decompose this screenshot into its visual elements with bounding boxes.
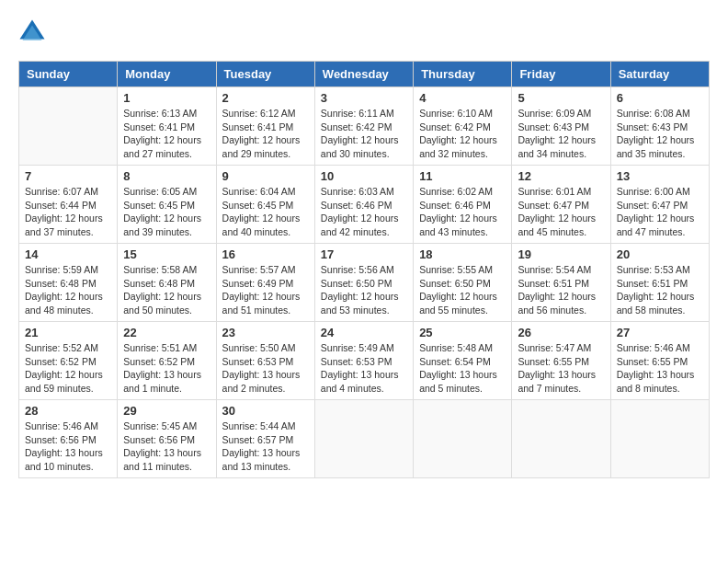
day-number: 27 xyxy=(617,326,703,339)
day-number: 20 xyxy=(617,247,703,261)
calendar-cell: 22Sunrise: 5:51 AMSunset: 6:52 PMDayligh… xyxy=(118,322,216,400)
day-number: 28 xyxy=(25,404,111,418)
calendar-cell: 3Sunrise: 6:11 AMSunset: 6:42 PMDaylight… xyxy=(314,87,413,166)
calendar-cell: 17Sunrise: 5:56 AMSunset: 6:50 PMDayligh… xyxy=(314,244,413,322)
calendar-cell: 30Sunrise: 5:44 AMSunset: 6:57 PMDayligh… xyxy=(216,400,314,478)
calendar-cell: 15Sunrise: 5:58 AMSunset: 6:48 PMDayligh… xyxy=(118,244,216,322)
calendar-cell xyxy=(19,87,118,166)
day-info: Sunrise: 6:01 AMSunset: 6:47 PMDaylight:… xyxy=(518,185,604,239)
day-number: 8 xyxy=(123,169,210,183)
day-number: 16 xyxy=(222,247,309,261)
weekday-header: Monday xyxy=(118,62,216,87)
day-number: 13 xyxy=(617,169,703,183)
calendar-cell: 10Sunrise: 6:03 AMSunset: 6:46 PMDayligh… xyxy=(314,166,413,244)
weekday-header: Saturday xyxy=(610,62,709,87)
calendar-table: SundayMondayTuesdayWednesdayThursdayFrid… xyxy=(18,61,710,478)
day-info: Sunrise: 5:56 AMSunset: 6:50 PMDaylight:… xyxy=(321,263,407,317)
day-info: Sunrise: 6:13 AMSunset: 6:41 PMDaylight:… xyxy=(123,107,210,161)
day-info: Sunrise: 6:09 AMSunset: 6:43 PMDaylight:… xyxy=(518,107,604,161)
day-number: 9 xyxy=(222,169,309,183)
day-number: 17 xyxy=(321,247,407,261)
day-number: 2 xyxy=(222,91,309,105)
day-number: 29 xyxy=(123,404,210,418)
day-info: Sunrise: 5:49 AMSunset: 6:53 PMDaylight:… xyxy=(321,341,407,396)
calendar-cell: 2Sunrise: 6:12 AMSunset: 6:41 PMDaylight… xyxy=(216,87,314,166)
calendar-cell: 6Sunrise: 6:08 AMSunset: 6:43 PMDaylight… xyxy=(610,87,709,166)
day-info: Sunrise: 6:02 AMSunset: 6:46 PMDaylight:… xyxy=(419,185,506,239)
day-info: Sunrise: 5:55 AMSunset: 6:50 PMDaylight:… xyxy=(419,263,506,317)
day-info: Sunrise: 6:10 AMSunset: 6:42 PMDaylight:… xyxy=(419,107,506,161)
week-row: 21Sunrise: 5:52 AMSunset: 6:52 PMDayligh… xyxy=(19,322,710,400)
calendar-cell: 21Sunrise: 5:52 AMSunset: 6:52 PMDayligh… xyxy=(19,322,118,400)
calendar-cell: 11Sunrise: 6:02 AMSunset: 6:46 PMDayligh… xyxy=(414,166,512,244)
day-number: 19 xyxy=(518,247,604,261)
logo-icon xyxy=(18,18,46,46)
day-info: Sunrise: 6:05 AMSunset: 6:45 PMDaylight:… xyxy=(123,185,210,239)
day-number: 1 xyxy=(123,91,210,105)
page-header xyxy=(18,18,710,46)
day-info: Sunrise: 5:50 AMSunset: 6:53 PMDaylight:… xyxy=(222,341,309,396)
day-info: Sunrise: 5:57 AMSunset: 6:49 PMDaylight:… xyxy=(222,263,309,317)
day-number: 3 xyxy=(321,91,407,105)
day-info: Sunrise: 5:59 AMSunset: 6:48 PMDaylight:… xyxy=(25,263,111,317)
calendar-cell: 5Sunrise: 6:09 AMSunset: 6:43 PMDaylight… xyxy=(512,87,610,166)
day-info: Sunrise: 5:46 AMSunset: 6:56 PMDaylight:… xyxy=(25,419,111,474)
day-number: 12 xyxy=(518,169,604,183)
calendar-cell: 13Sunrise: 6:00 AMSunset: 6:47 PMDayligh… xyxy=(610,166,709,244)
calendar-cell xyxy=(512,400,610,478)
calendar-cell: 29Sunrise: 5:45 AMSunset: 6:56 PMDayligh… xyxy=(118,400,216,478)
calendar-cell: 28Sunrise: 5:46 AMSunset: 6:56 PMDayligh… xyxy=(19,400,118,478)
day-info: Sunrise: 6:00 AMSunset: 6:47 PMDaylight:… xyxy=(617,185,703,239)
day-number: 4 xyxy=(419,91,506,105)
day-info: Sunrise: 5:54 AMSunset: 6:51 PMDaylight:… xyxy=(518,263,604,317)
calendar-cell: 4Sunrise: 6:10 AMSunset: 6:42 PMDaylight… xyxy=(414,87,512,166)
calendar-cell: 25Sunrise: 5:48 AMSunset: 6:54 PMDayligh… xyxy=(414,322,512,400)
calendar-cell: 1Sunrise: 6:13 AMSunset: 6:41 PMDaylight… xyxy=(118,87,216,166)
calendar-cell: 16Sunrise: 5:57 AMSunset: 6:49 PMDayligh… xyxy=(216,244,314,322)
day-number: 6 xyxy=(617,91,703,105)
day-number: 21 xyxy=(25,326,111,339)
calendar-cell xyxy=(414,400,512,478)
calendar-cell: 24Sunrise: 5:49 AMSunset: 6:53 PMDayligh… xyxy=(314,322,413,400)
day-info: Sunrise: 6:08 AMSunset: 6:43 PMDaylight:… xyxy=(617,107,703,161)
day-number: 30 xyxy=(222,404,309,418)
day-number: 7 xyxy=(25,169,111,183)
weekday-header: Tuesday xyxy=(216,62,314,87)
week-row: 14Sunrise: 5:59 AMSunset: 6:48 PMDayligh… xyxy=(19,244,710,322)
calendar-cell: 26Sunrise: 5:47 AMSunset: 6:55 PMDayligh… xyxy=(512,322,610,400)
day-number: 14 xyxy=(25,247,111,261)
day-info: Sunrise: 6:03 AMSunset: 6:46 PMDaylight:… xyxy=(321,185,407,239)
day-number: 22 xyxy=(123,326,210,339)
weekday-header: Wednesday xyxy=(314,62,413,87)
day-info: Sunrise: 5:44 AMSunset: 6:57 PMDaylight:… xyxy=(222,419,309,474)
day-info: Sunrise: 6:12 AMSunset: 6:41 PMDaylight:… xyxy=(222,107,309,161)
day-number: 11 xyxy=(419,169,506,183)
calendar-cell: 20Sunrise: 5:53 AMSunset: 6:51 PMDayligh… xyxy=(610,244,709,322)
calendar-cell: 8Sunrise: 6:05 AMSunset: 6:45 PMDaylight… xyxy=(118,166,216,244)
calendar-cell: 9Sunrise: 6:04 AMSunset: 6:45 PMDaylight… xyxy=(216,166,314,244)
week-row: 28Sunrise: 5:46 AMSunset: 6:56 PMDayligh… xyxy=(19,400,710,478)
week-row: 1Sunrise: 6:13 AMSunset: 6:41 PMDaylight… xyxy=(19,87,710,166)
week-row: 7Sunrise: 6:07 AMSunset: 6:44 PMDaylight… xyxy=(19,166,710,244)
day-info: Sunrise: 5:47 AMSunset: 6:55 PMDaylight:… xyxy=(518,341,604,396)
day-info: Sunrise: 5:45 AMSunset: 6:56 PMDaylight:… xyxy=(123,419,210,474)
day-info: Sunrise: 5:46 AMSunset: 6:55 PMDaylight:… xyxy=(617,341,703,396)
day-info: Sunrise: 5:53 AMSunset: 6:51 PMDaylight:… xyxy=(617,263,703,317)
day-info: Sunrise: 5:48 AMSunset: 6:54 PMDaylight:… xyxy=(419,341,506,396)
weekday-header: Friday xyxy=(512,62,610,87)
day-number: 15 xyxy=(123,247,210,261)
day-info: Sunrise: 5:58 AMSunset: 6:48 PMDaylight:… xyxy=(123,263,210,317)
day-info: Sunrise: 6:11 AMSunset: 6:42 PMDaylight:… xyxy=(321,107,407,161)
weekday-header: Sunday xyxy=(19,62,118,87)
day-info: Sunrise: 5:51 AMSunset: 6:52 PMDaylight:… xyxy=(123,341,210,396)
calendar-cell: 19Sunrise: 5:54 AMSunset: 6:51 PMDayligh… xyxy=(512,244,610,322)
day-info: Sunrise: 6:04 AMSunset: 6:45 PMDaylight:… xyxy=(222,185,309,239)
day-info: Sunrise: 6:07 AMSunset: 6:44 PMDaylight:… xyxy=(25,185,111,239)
calendar-cell: 23Sunrise: 5:50 AMSunset: 6:53 PMDayligh… xyxy=(216,322,314,400)
day-number: 10 xyxy=(321,169,407,183)
calendar-cell: 27Sunrise: 5:46 AMSunset: 6:55 PMDayligh… xyxy=(610,322,709,400)
day-number: 23 xyxy=(222,326,309,339)
day-number: 25 xyxy=(419,326,506,339)
day-info: Sunrise: 5:52 AMSunset: 6:52 PMDaylight:… xyxy=(25,341,111,396)
day-number: 5 xyxy=(518,91,604,105)
